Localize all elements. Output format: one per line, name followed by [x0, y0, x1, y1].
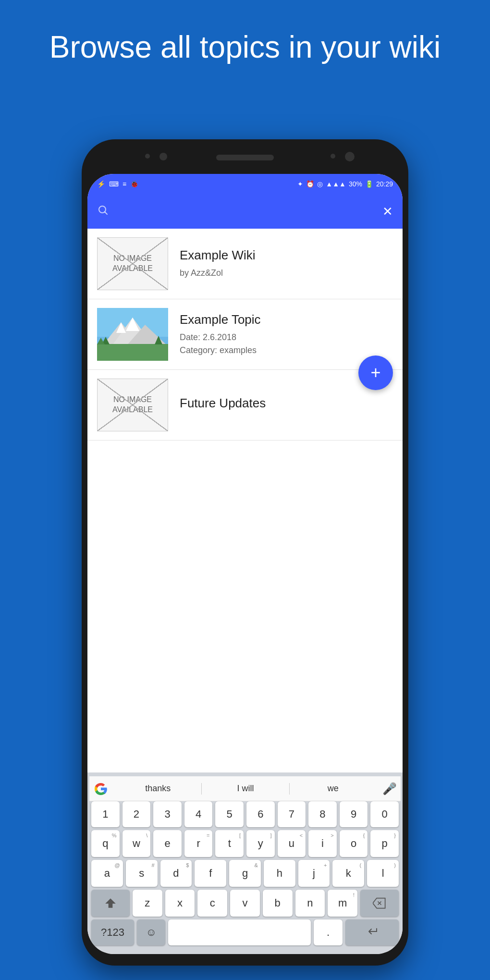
key-k[interactable]: k( [332, 860, 364, 887]
key-m[interactable]: m! [328, 890, 357, 917]
keyboard: thanks I will we 🎤 1 2 3 4 5 6 7 8 9 0 [87, 772, 403, 954]
phone-speaker [216, 155, 274, 160]
suggestion-we[interactable]: we [290, 784, 377, 794]
fab-plus-icon: + [370, 364, 380, 381]
key-t[interactable]: t[ [215, 830, 244, 857]
key-w[interactable]: w\ [122, 830, 151, 857]
item-subtitle: Date: 2.6.2018Category: examples [180, 331, 393, 357]
key-p[interactable]: p} [370, 830, 399, 857]
key-z[interactable]: z [133, 890, 162, 917]
phone-top [87, 145, 403, 174]
fab-add-button[interactable]: + [358, 355, 393, 390]
status-icons-left: ⚡ ⌨ ≡ 🐞 [97, 180, 138, 188]
grid-icon: ≡ [122, 180, 126, 188]
svg-line-1 [105, 212, 108, 215]
alarm-icon: ⏰ [306, 180, 314, 188]
key-0[interactable]: 0 [370, 801, 399, 827]
key-d[interactable]: d$ [160, 860, 192, 887]
key-8[interactable]: 8 [308, 801, 337, 827]
enter-key[interactable] [345, 919, 399, 945]
clock: 20:29 [376, 180, 393, 188]
key-period[interactable]: . [314, 919, 342, 945]
suggestion-thanks[interactable]: thanks [114, 784, 201, 794]
key-o[interactable]: o{ [340, 830, 368, 857]
key-symbols[interactable]: ?123 [91, 919, 134, 945]
key-j[interactable]: j+ [298, 860, 330, 887]
signal-icon: ▲▲▲ [326, 180, 346, 188]
bluetooth-icon: ✦ [297, 180, 303, 188]
key-7[interactable]: 7 [278, 801, 306, 827]
search-icon [97, 204, 109, 219]
no-image-cross [98, 238, 168, 290]
list-item[interactable]: NO IMAGEAVAILABLE Example Wiki by Azz&Zo… [87, 229, 403, 299]
key-emoji[interactable]: ☺ [137, 919, 165, 945]
key-b[interactable]: b [263, 890, 293, 917]
item-title: Example Wiki [180, 248, 393, 263]
list-item[interactable]: Example Topic Date: 2.6.2018Category: ex… [87, 299, 403, 370]
keyboard-row-zm: z x c v b n m! [89, 890, 401, 917]
key-h[interactable]: h [264, 860, 295, 887]
key-2[interactable]: 2 [122, 801, 151, 827]
key-x[interactable]: x [165, 890, 195, 917]
item-info: Example Topic Date: 2.6.2018Category: ex… [180, 312, 393, 357]
key-i[interactable]: i> [308, 830, 337, 857]
backspace-key[interactable] [360, 890, 399, 917]
suggestion-words: thanks I will we [114, 783, 377, 795]
app-bar: ✕ [87, 194, 403, 229]
svg-rect-9 [97, 344, 168, 361]
key-4[interactable]: 4 [184, 801, 213, 827]
location-icon: ◎ [317, 180, 323, 188]
battery-icon: 🔋 [365, 180, 373, 188]
google-logo [93, 781, 109, 796]
key-a[interactable]: a@ [91, 860, 123, 887]
key-q[interactable]: q% [91, 830, 120, 857]
keyboard-suggestions: thanks I will we 🎤 [89, 776, 401, 801]
no-image-cross [98, 379, 168, 431]
item-info: Future Updates [180, 396, 393, 415]
key-e[interactable]: e [153, 830, 182, 857]
phone-camera-right [345, 152, 355, 161]
key-c[interactable]: c [197, 890, 227, 917]
key-3[interactable]: 3 [153, 801, 182, 827]
hero-title: Browse all topics in your wiki [0, 0, 490, 85]
key-6[interactable]: 6 [246, 801, 275, 827]
key-f[interactable]: f [195, 860, 226, 887]
phone-dot-left [145, 154, 150, 159]
phone-frame: ⚡ ⌨ ≡ 🐞 ✦ ⏰ ◎ ▲▲▲ 30% 🔋 20:29 [82, 139, 408, 966]
keyboard-row-bottom: ?123 ☺ . [89, 919, 401, 945]
key-9[interactable]: 9 [340, 801, 368, 827]
status-icons-right: ✦ ⏰ ◎ ▲▲▲ 30% 🔋 20:29 [297, 180, 393, 188]
keyboard-icon: ⌨ [109, 180, 119, 188]
close-icon[interactable]: ✕ [382, 204, 393, 219]
key-y[interactable]: y] [246, 830, 275, 857]
keyboard-row-qp: q% w\ e r= t[ y] u< i> o{ p} [89, 830, 401, 857]
key-g[interactable]: g& [229, 860, 261, 887]
key-r[interactable]: r= [184, 830, 213, 857]
item-title: Example Topic [180, 312, 393, 327]
key-u[interactable]: u< [278, 830, 306, 857]
item-thumbnail-no-image: NO IMAGEAVAILABLE [97, 237, 168, 290]
phone-dot-right [331, 154, 335, 159]
list-item[interactable]: NO IMAGEAVAILABLE Future Updates + [87, 370, 403, 441]
suggestion-i-will[interactable]: I will [202, 784, 289, 794]
phone-camera-front [159, 153, 167, 160]
usb-icon: ⚡ [97, 180, 105, 188]
key-s[interactable]: s# [126, 860, 158, 887]
list-container: NO IMAGEAVAILABLE Example Wiki by Azz&Zo… [87, 229, 403, 772]
item-subtitle: by Azz&Zol [180, 267, 393, 280]
key-1[interactable]: 1 [91, 801, 120, 827]
key-v[interactable]: v [230, 890, 260, 917]
shift-key[interactable] [91, 890, 130, 917]
battery-percent: 30% [349, 180, 362, 188]
space-key[interactable] [168, 919, 311, 945]
key-n[interactable]: n [295, 890, 325, 917]
keyboard-row-al: a@ s# d$ f g& h j+ k( l) [89, 860, 401, 887]
status-bar: ⚡ ⌨ ≡ 🐞 ✦ ⏰ ◎ ▲▲▲ 30% 🔋 20:29 [87, 174, 403, 194]
item-title: Future Updates [180, 396, 393, 411]
key-5[interactable]: 5 [215, 801, 244, 827]
keyboard-row-numbers: 1 2 3 4 5 6 7 8 9 0 [89, 801, 401, 827]
key-l[interactable]: l) [367, 860, 399, 887]
item-thumbnail-mountain [97, 308, 168, 361]
mic-icon[interactable]: 🎤 [382, 782, 397, 796]
phone-screen: ⚡ ⌨ ≡ 🐞 ✦ ⏰ ◎ ▲▲▲ 30% 🔋 20:29 [87, 174, 403, 954]
